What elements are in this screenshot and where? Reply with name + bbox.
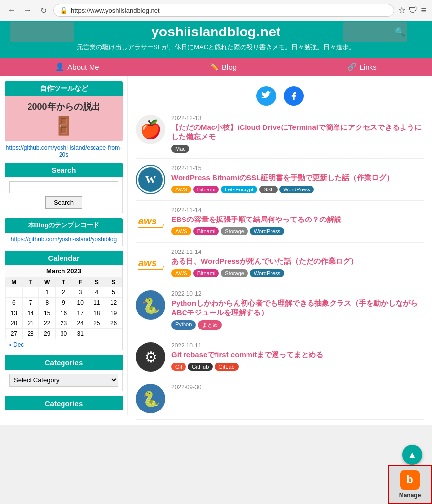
calendar-day[interactable]: 18 <box>89 308 105 318</box>
post-thumbnail: 🐍 <box>136 290 165 320</box>
shield-icon[interactable]: 🛡 <box>409 5 418 16</box>
post-item: 🐍2022-09-30 <box>136 378 424 420</box>
calendar-day[interactable]: 24 <box>72 318 89 329</box>
cal-header-f: F <box>72 277 89 287</box>
header-search-icon[interactable]: 🔍 <box>395 27 405 37</box>
calendar-day[interactable]: 12 <box>105 298 122 308</box>
tag-github[interactable]: GitHub <box>188 363 213 371</box>
calendar-day[interactable]: 4 <box>89 287 105 298</box>
calendar-day[interactable]: 14 <box>22 308 39 318</box>
calendar-day[interactable]: 8 <box>39 298 56 308</box>
template-link[interactable]: https://github.com/yoshi-island/yoshiblo… <box>5 233 123 246</box>
calendar-day[interactable]: 7 <box>22 298 39 308</box>
calendar-day[interactable]: 15 <box>39 308 56 318</box>
post-meta: 2022-11-14ある日、WordPressが死んでいた話（ただの作業ログ）A… <box>171 249 424 277</box>
tag-gitlab[interactable]: GitLab <box>215 363 238 371</box>
post-title[interactable]: WordPress BitnamiのSSL証明書を手動で更新した話（作業ログ） <box>171 173 424 183</box>
tag-wordpress[interactable]: WordPress <box>279 186 314 193</box>
post-item: 🍎2022-12-13【ただのMac小枝】iCloud DriveにTermin… <box>136 109 424 159</box>
category-select[interactable]: Select Category <box>9 374 118 387</box>
categories-title: Categories <box>5 355 123 370</box>
calendar-day[interactable]: 13 <box>6 308 23 318</box>
search-widget-title: Search <box>5 163 123 177</box>
header-ad-right: 🔍 <box>343 22 407 42</box>
search-input[interactable] <box>9 181 118 193</box>
search-button[interactable]: Search <box>45 196 82 209</box>
calendar-nav: « Dec <box>5 339 122 350</box>
nav-blog[interactable]: ✏️ Blog <box>195 58 251 76</box>
star-icon[interactable]: ☆ <box>398 5 406 16</box>
calendar-day[interactable]: 11 <box>89 298 105 308</box>
calendar-day <box>6 287 23 298</box>
calendar-prev-link[interactable]: « Dec <box>8 341 24 348</box>
post-meta: 2022-11-15WordPress BitnamiのSSL証明書を手動で更新… <box>171 165 424 193</box>
post-meta: 2022-12-13【ただのMac小枝】iCloud DriveにTermina… <box>171 115 424 153</box>
tag-letsencrypt[interactable]: LetsEncrypt <box>221 186 257 193</box>
calendar-day[interactable]: 21 <box>22 318 39 329</box>
calendar-day <box>105 329 122 339</box>
calendar-day[interactable]: 10 <box>72 298 89 308</box>
post-title[interactable]: 【ただのMac小枝】iCloud DriveにTerminalで簡単にアクセスで… <box>171 123 424 142</box>
tag-bitnami[interactable]: Bitnami <box>193 227 219 235</box>
calendar-day[interactable]: 23 <box>56 318 72 329</box>
post-date: 2022-10-12 <box>171 290 424 297</box>
menu-icon[interactable]: ≡ <box>421 5 426 16</box>
post-title[interactable]: Git rebaseでfirst commitまで遡ってまとめる <box>171 350 424 360</box>
post-date: 2022-10-11 <box>171 342 424 349</box>
calendar-day[interactable]: 17 <box>72 308 89 318</box>
cal-header-t2: T <box>56 277 72 287</box>
calendar-day[interactable]: 31 <box>72 329 89 339</box>
tag-mac[interactable]: Mac <box>171 145 189 153</box>
tag-ssl[interactable]: SSL <box>259 186 278 193</box>
calendar-day[interactable]: 2 <box>56 287 72 298</box>
calendar-day[interactable]: 1 <box>39 287 56 298</box>
refresh-button[interactable]: ↻ <box>37 4 49 16</box>
calendar-day[interactable]: 5 <box>105 287 122 298</box>
main-layout: 自作ツールなど 2000年からの脱出 🚪 https://github.com/… <box>0 76 432 425</box>
calendar-day[interactable]: 22 <box>39 318 56 329</box>
calendar-day[interactable]: 30 <box>56 329 72 339</box>
tag-storage[interactable]: Storage <box>221 269 248 277</box>
calendar-day[interactable]: 25 <box>89 318 105 329</box>
tag-matome[interactable]: まとめ <box>198 320 222 330</box>
tag-aws[interactable]: AWS <box>171 186 191 193</box>
twitter-icon[interactable] <box>256 86 276 106</box>
nav-about[interactable]: 👤 About Me <box>40 58 114 76</box>
forward-button[interactable]: → <box>22 4 33 16</box>
calendar-day[interactable]: 6 <box>6 298 23 308</box>
tag-bitnami[interactable]: Bitnami <box>193 186 219 193</box>
post-title[interactable]: ある日、WordPressが死んでいた話（ただの作業ログ） <box>171 257 424 266</box>
calendar-day[interactable]: 19 <box>105 308 122 318</box>
tag-aws[interactable]: AWS <box>171 227 191 235</box>
facebook-icon[interactable] <box>284 86 304 106</box>
tag-aws[interactable]: AWS <box>171 269 191 277</box>
post-meta: 2022-10-11Git rebaseでfirst commitまで遡ってまと… <box>171 342 424 371</box>
door-icon: 🚪 <box>10 116 118 136</box>
header-top: yoshiislandblog.net 🔍 <box>0 21 432 41</box>
search-widget-content: Search <box>5 177 123 213</box>
tag-python[interactable]: Python <box>171 320 196 330</box>
url-text: https://www.yoshiislandblog.net <box>71 7 160 14</box>
back-button[interactable]: ← <box>6 4 18 16</box>
calendar-day[interactable]: 9 <box>56 298 72 308</box>
tag-git[interactable]: Git <box>171 363 186 371</box>
cal-header-t1: T <box>22 277 39 287</box>
tag-bitnami[interactable]: Bitnami <box>193 269 219 277</box>
calendar-day[interactable]: 26 <box>105 318 122 329</box>
calendar-day[interactable]: 27 <box>6 329 23 339</box>
calendar-day <box>89 329 105 339</box>
post-title[interactable]: EBSの容量を拡張手順て結局何やってるの？の解説 <box>171 215 424 224</box>
url-bar[interactable]: 🔒 https://www.yoshiislandblog.net <box>53 4 394 17</box>
tag-wordpress[interactable]: WordPress <box>250 227 284 235</box>
post-item: 🐍2022-10-12Pythonしかわからん初心者でも理解できる抽象クラス（手… <box>136 284 424 336</box>
tag-storage[interactable]: Storage <box>221 227 248 235</box>
calendar-day[interactable]: 3 <box>72 287 89 298</box>
nav-links[interactable]: 🔗 Links <box>333 58 392 76</box>
calendar-day[interactable]: 29 <box>39 329 56 339</box>
tool-github-link[interactable]: https://github.com/yoshi-island/escape-f… <box>5 144 123 158</box>
calendar-day[interactable]: 16 <box>56 308 72 318</box>
calendar-day[interactable]: 20 <box>6 318 23 329</box>
post-title[interactable]: Pythonしかわからん初心者でも理解できる抽象クラス（手を動かしながらABCモ… <box>171 299 424 317</box>
tag-wordpress[interactable]: WordPress <box>250 269 284 277</box>
calendar-day[interactable]: 28 <box>22 329 39 339</box>
